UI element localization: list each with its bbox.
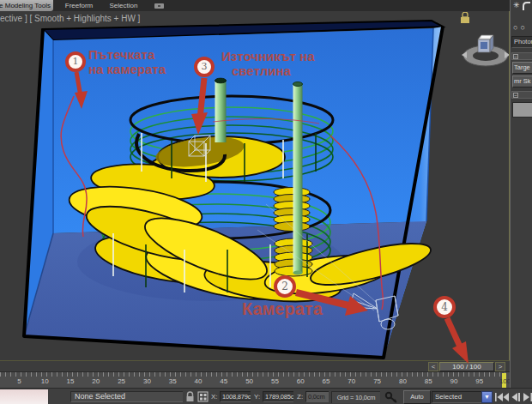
timeline-tick-25: 25 — [118, 377, 125, 385]
timeline-tick-65: 65 — [323, 377, 330, 385]
timeline-tick-20: 20 — [92, 377, 100, 385]
tab-freeform[interactable]: Freeform — [60, 0, 98, 11]
modify-tab-icon[interactable] — [523, 2, 531, 11]
light-type-dropdown[interactable]: Photom — [511, 36, 532, 48]
name-color-rollout-header[interactable]: − — [511, 91, 532, 99]
timeline-tick-40: 40 — [195, 377, 203, 385]
selection-lock-icon[interactable] — [184, 391, 196, 402]
track-bar[interactable]: 5101520253035404550556065707580859095100 — [0, 371, 510, 389]
selection-status-field: None Selected — [70, 391, 183, 402]
light-category-icons[interactable]: ○○ — [513, 23, 528, 32]
3dsmax-window: ite Modeling Tools Freeform Selection — [0, 0, 532, 404]
key-filter-dropdown-arrow-icon[interactable]: ▼ — [481, 391, 493, 403]
timeline-tick-70: 70 — [348, 377, 355, 385]
timeline-tick-60: 60 — [297, 377, 305, 385]
timeline-tick-15: 15 — [67, 377, 75, 385]
timeline-tick-50: 50 — [245, 377, 253, 385]
collapse-icon: − — [513, 93, 518, 98]
auto-key-button[interactable]: Auto Key — [403, 390, 431, 404]
perspective-viewport[interactable]: ective ] [ Smooth + Highlights + HW ] — [0, 11, 510, 361]
ribbon-pin-icon[interactable] — [154, 3, 164, 9]
timeline-tick-90: 90 — [450, 377, 458, 385]
z-label: Z: — [297, 393, 303, 401]
viewport-lock-icon — [462, 12, 468, 17]
timeline-tick-10: 10 — [41, 377, 49, 385]
mr-sky-portal-button[interactable]: mr Sk — [512, 75, 532, 87]
viewport-lock-icon-body — [461, 17, 469, 23]
viewcube[interactable] — [457, 12, 509, 76]
z-coordinate-field[interactable]: 0,0cm — [305, 391, 329, 402]
time-slider-prev-button[interactable]: < — [428, 362, 438, 371]
timeline-tick-95: 95 — [475, 377, 483, 385]
object-type-rollout-header[interactable]: − — [511, 52, 532, 60]
maxscript-mini-listener[interactable] — [0, 389, 48, 404]
tab-selection[interactable]: Selection — [105, 0, 142, 11]
timeline-tick-85: 85 — [425, 377, 432, 385]
y-label: Y: — [254, 393, 260, 401]
collapse-icon: − — [513, 54, 518, 59]
object-name-field[interactable] — [512, 102, 532, 118]
play-button[interactable] — [523, 393, 529, 401]
target-light-button[interactable]: Targe — [512, 62, 532, 74]
scene-3d — [0, 11, 509, 360]
ribbon-tabbar: ite Modeling Tools Freeform Selection — [0, 0, 532, 12]
track-bar-ticks — [0, 372, 510, 377]
timeline-tick-30: 30 — [143, 377, 151, 385]
timeline-tick-80: 80 — [399, 377, 407, 385]
set-key-icon[interactable] — [384, 391, 400, 404]
small-cylinder — [215, 78, 227, 142]
status-bar: None Selected X: 1008,879cm Y: 1789,085c… — [0, 388, 532, 404]
playback-controls — [494, 392, 532, 402]
time-slider-handle[interactable]: 100 / 100 — [439, 362, 494, 371]
x-label: X: — [211, 393, 218, 401]
time-slider-row: < 100 / 100 > — [0, 360, 510, 372]
x-coordinate-field[interactable]: 1008,879cm — [220, 391, 251, 402]
timeline-tick-75: 75 — [373, 377, 381, 385]
center-pole — [293, 82, 303, 275]
create-tab-icon[interactable]: ✳ — [513, 1, 520, 9]
y-coordinate-field[interactable]: 1789,085cm — [263, 391, 293, 402]
absolute-mode-icon[interactable] — [197, 391, 209, 402]
timeline-tick-45: 45 — [220, 377, 227, 385]
command-panel: ✳ ○○ Photom − Targe mr Sk − — [510, 0, 532, 388]
go-to-start-button[interactable] — [495, 393, 509, 401]
tab-graphite-modeling-tools[interactable]: ite Modeling Tools — [0, 0, 53, 11]
time-slider-next-button[interactable]: > — [495, 362, 505, 371]
timeline-tick-55: 55 — [271, 377, 279, 385]
key-filter-combo[interactable]: Selected — [432, 391, 481, 403]
viewport-shading-label[interactable]: ective ] [ Smooth + Highlights + HW ] — [0, 14, 140, 23]
previous-frame-button[interactable] — [512, 393, 521, 401]
timeline-tick-5: 5 — [17, 377, 21, 385]
timeline-tick-35: 35 — [169, 377, 177, 385]
grid-size-display: Grid = 10,0cm — [331, 391, 380, 403]
